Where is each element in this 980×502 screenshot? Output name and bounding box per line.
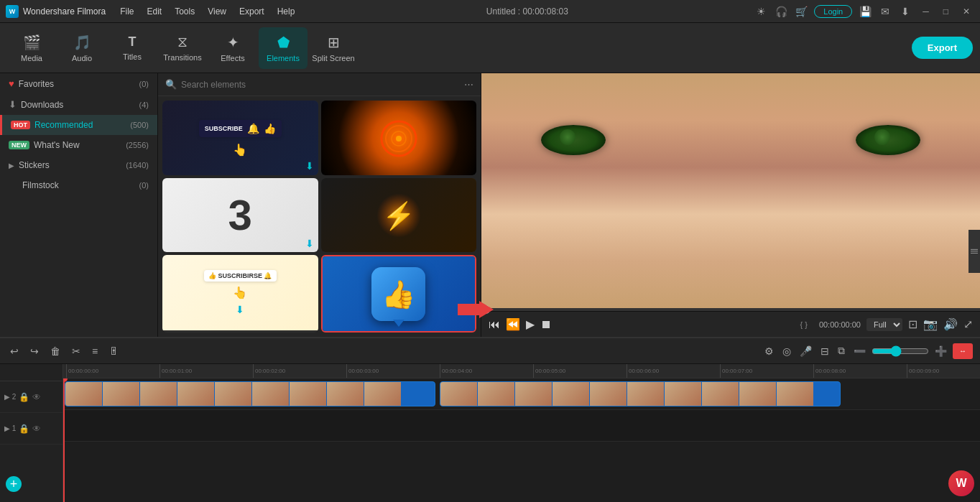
sidebar-item-whatsnew[interactable]: NEW What's New (2556) [0,135,157,155]
progress-dot[interactable] [481,305,490,314]
track-area: ▶ Eyes video [63,378,980,502]
bell-icon: 🔔 [247,123,259,134]
ruler-mark-5: 00:00:05:00 [533,364,627,378]
add-track-button[interactable]: + [6,476,22,492]
tool-titles[interactable]: T Titles [108,27,157,69]
element-card-redneon[interactable]: Red Neon Winds [321,101,477,175]
heart-icon: ♥ [9,78,14,89]
snap-button[interactable]: ↔ [953,343,973,359]
element-card-profile[interactable]: 3 ⬇ Profile Movie Pack Elem... [162,178,318,253]
tool-splitscreen[interactable]: ⊞ Split Screen [309,27,358,69]
app-name: Wondershare Filmora [23,6,106,17]
text-button[interactable]: ⊟ [818,344,832,358]
mask-button[interactable]: ◎ [780,344,794,358]
tool-elements[interactable]: ⬟ Elements [259,27,308,69]
sidebar-item-downloads[interactable]: ⬇ Downloads (4) [0,94,157,115]
element-card-superheroes[interactable]: ⚡ Superheroes Cinematic ... [321,178,477,253]
tool-media-label: Media [21,54,42,62]
track-lock-icon[interactable]: 🔒 [19,392,29,402]
left-panel: ♥ Favorites (0) ⬇ Downloads (4) HOT Reco… [0,73,158,337]
menu-help[interactable]: Help [272,5,301,18]
tool-effects-label: Effects [221,54,244,62]
tool-splitscreen-label: Split Screen [312,54,354,62]
tool-transitions[interactable]: ⧖ Transitions [158,27,207,69]
svg-text:⚡: ⚡ [382,200,415,232]
sidebar-item-recommended[interactable]: HOT Recommended (500) [0,115,157,135]
spanish-dl-icon: ⬇ [236,304,244,315]
element-card-youtube[interactable]: 👍 Youtube Trendy 3D Sh... [321,255,477,333]
track-eye-icon[interactable]: 👁 [32,392,41,402]
composite-button[interactable]: ⧉ [835,343,848,358]
message-icon[interactable]: ✉ [878,4,892,19]
close-button[interactable]: ✕ [958,6,974,17]
countdown-num: 3 [228,194,252,237]
main-content: ♥ Favorites (0) ⬇ Downloads (4) HOT Reco… [0,73,980,337]
video-clip-2[interactable]: ▶ Eyes video [440,381,841,406]
progress-bar[interactable] [481,308,980,311]
clip-thumb-2j [777,382,814,405]
delete-button[interactable]: 🗑 [47,344,63,358]
camera-button[interactable]: 📷 [923,317,938,331]
ruler-mark-3: 00:00:03:00 [346,364,440,378]
cart-icon[interactable]: 🛒 [794,4,808,19]
menu-view[interactable]: View [202,5,232,18]
chevron-icon: ▶ [9,162,14,169]
minimize-button[interactable]: ─ [918,6,933,17]
menu-tools[interactable]: Tools [169,5,200,18]
search-input[interactable] [181,80,460,90]
left-eye [541,125,606,155]
undo-button[interactable]: ↩ [7,344,22,358]
timeline-cursor [63,378,65,502]
maximize-button[interactable]: □ [939,6,953,17]
cut-button[interactable]: ✂ [69,344,83,358]
redo-button[interactable]: ↪ [27,344,42,358]
sidebar-item-filmstock[interactable]: Filmstock (0) [0,175,157,195]
redneon-thumb [321,101,477,175]
track1-lock-icon[interactable]: 🔒 [19,424,29,434]
export-button[interactable]: Export [912,37,973,59]
preview-video [481,73,980,308]
headphone-icon[interactable]: 🎧 [774,4,788,19]
profile-thumb: 3 ⬇ [162,178,318,253]
stop-button[interactable]: ⏹ [540,318,552,331]
tool-audio[interactable]: 🎵 Audio [57,27,106,69]
menu-file[interactable]: File [114,5,139,18]
media-icon: 🎬 [23,34,41,51]
plus-zoom[interactable]: ➕ [932,344,950,358]
login-button[interactable]: Login [814,5,852,18]
tool-media[interactable]: 🎬 Media [7,27,56,69]
fullscreen-button[interactable]: ⤢ [963,317,973,331]
frame-back-button[interactable]: ⏪ [506,317,520,331]
face-preview [481,73,980,308]
audio-waveform-button[interactable]: 🎚 [106,344,122,358]
quality-select[interactable]: Full 1/2 1/4 [866,318,902,331]
sun-icon[interactable]: ☀ [754,4,768,19]
save-icon[interactable]: 💾 [858,4,872,19]
tool-transitions-label: Transitions [163,53,201,62]
snapshot-preview-button[interactable]: ⊡ [908,317,917,331]
play-button[interactable]: ▶ [526,317,535,331]
clip-thumb-2g [665,382,702,405]
settings-button[interactable]: ⚙ [762,344,777,358]
element-card-spanish[interactable]: 👍 SUSCRIBIRSE 🔔 👆 ⬇ Spanish Social Media… [162,255,318,333]
step-back-button[interactable]: ⏮ [489,318,500,331]
mic-button[interactable]: 🎤 [797,344,815,358]
grid-view-icon[interactable]: ⋯ [464,79,473,90]
download-icon[interactable]: ⬇ [898,4,912,19]
volume-button[interactable]: 🔊 [943,317,958,331]
right-edge-button[interactable]: ||| [969,230,980,273]
properties-button[interactable]: ≡ [89,344,101,358]
video-clip-1[interactable]: ▶ Eyes video [65,381,435,406]
track1-eye-icon[interactable]: 👁 [32,424,41,434]
menu-edit[interactable]: Edit [142,5,168,18]
element-card-subscribe1[interactable]: SUBSCRIBE 🔔 👍 👆 ⬇ Subscribe1 [162,101,318,175]
zoom-slider[interactable] [872,345,929,357]
sidebar-item-favorites[interactable]: ♥ Favorites (0) [0,73,157,94]
clip-thumb-2i [739,382,777,405]
tool-effects[interactable]: ✦ Effects [208,27,257,69]
minus-zoom[interactable]: ➖ [851,344,869,358]
sidebar-item-stickers[interactable]: ▶ Stickers (1640) [0,155,157,175]
timeline-toolbar: ↩ ↪ 🗑 ✂ ≡ 🎚 ⚙ ◎ 🎤 ⊟ ⧉ ➖ ➕ ↔ [0,338,980,364]
menu-export[interactable]: Export [234,5,270,18]
spanish-sub-row: 👍 SUSCRIBIRSE 🔔 [204,270,277,282]
